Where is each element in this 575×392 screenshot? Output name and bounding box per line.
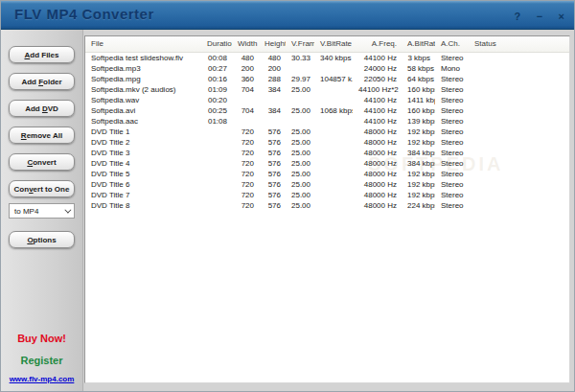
table-row[interactable]: DVD Title 472057625.0048000 Hz384 kbpsSt… [85,158,569,169]
table-cell: Softpedia.aac [85,116,201,127]
table-row[interactable]: DVD Title 372057625.0048000 Hz384 kbpsSt… [85,148,569,158]
table-cell [232,116,259,127]
column-header-width[interactable]: Width [232,36,259,52]
table-cell: 576 [259,158,286,169]
table-cell: 44100 Hz*2 [353,84,402,95]
table-row[interactable]: DVD Title 672057625.0048000 Hz192 kbpsSt… [85,179,569,190]
table-cell: 25.00 [286,148,314,158]
table-cell: 384 [259,105,286,116]
table-cell: 288 [259,74,286,84]
table-cell: DVD Title 3 [85,148,201,158]
table-cell: DVD Title 4 [85,158,201,169]
column-header-height[interactable]: Height [259,36,286,52]
column-header-vbitrate[interactable]: V.BitRate [314,36,353,52]
table-cell: 139 kbps [402,116,435,127]
minimize-button[interactable]: − [537,10,542,23]
table-cell [314,127,353,137]
table-cell: 01:08 [201,116,232,127]
remove-all-button[interactable]: Remove All [9,127,75,144]
convert-button[interactable]: Convert [9,153,75,171]
table-cell: Softpedia.mpg [85,74,201,84]
add-dvd-button[interactable]: Add DVD [9,100,75,117]
register-link[interactable]: Register [1,355,82,366]
column-header-ach[interactable]: A.Ch. [435,36,469,52]
table-cell: 44100 Hz [353,52,402,63]
table-cell: 30.33 [286,52,314,63]
column-header-afreq[interactable]: A.Freq. [353,36,402,52]
file-list-panel: SOFTPEDIA File Duration Width Height V.F… [84,35,570,383]
column-header-duration[interactable]: Duration [201,36,232,52]
file-table: File Duration Width Height V.Frame V.Bit… [85,36,569,211]
table-cell: 720 [232,179,259,190]
table-cell: 576 [259,179,286,190]
window-title: FLV MP4 Converter [14,6,154,22]
column-header-file[interactable]: File [85,36,201,52]
table-cell: 384 kbps [402,158,435,169]
table-cell [469,169,569,179]
table-cell [469,127,569,137]
table-cell: 29.97 [286,74,314,84]
table-cell: 576 [259,200,286,211]
table-cell [314,190,353,200]
table-cell: 44100 Hz [353,105,402,116]
table-cell: 160 kbps [402,105,435,116]
convert-to-one-button[interactable]: Convert to One [9,180,75,197]
table-row[interactable]: Softpedia test slideshow.flv00:084804803… [85,52,569,63]
table-row[interactable]: DVD Title 572057625.0048000 Hz192 kbpsSt… [85,169,569,179]
table-cell: Stereo [435,84,469,95]
column-header-vframe[interactable]: V.Frame [286,36,314,52]
table-cell: Softpedia test slideshow.flv [85,52,201,63]
table-row[interactable]: DVD Title 872057625.0048000 Hz224 kbpsSt… [85,200,569,211]
add-folder-button[interactable]: Add Folder [9,73,75,90]
table-cell: 104857 k... [314,74,353,84]
titlebar: FLV MP4 Converter ? − × [1,1,574,30]
table-cell: 720 [232,148,259,158]
table-row[interactable]: DVD Title 772057625.0048000 Hz192 kbpsSt… [85,190,569,200]
table-cell [469,95,569,105]
table-cell: Stereo [435,127,469,137]
table-cell: 64 kbps [402,74,435,84]
add-files-button[interactable]: Add Files [9,46,75,63]
table-cell [286,95,314,105]
table-row[interactable]: Softpedia.mpg00:1636028829.97104857 k...… [85,74,569,84]
column-header-status[interactable]: Status [469,36,569,52]
column-header-abitrate[interactable]: A.BitRate [402,36,435,52]
output-format-select[interactable]: to MP4 [9,203,75,219]
table-cell: DVD Title 8 [85,200,201,211]
website-link[interactable]: www.flv-mp4.com [1,375,82,383]
table-cell: 384 [259,84,286,95]
table-cell: Softpedia.mp3 [85,63,201,74]
table-cell: 576 [259,169,286,179]
table-cell: 00:08 [201,52,232,63]
table-cell: 720 [232,127,259,137]
table-row[interactable]: Softpedia.mkv (2 audios)01:0970438425.00… [85,84,569,95]
table-cell: 22050 Hz [353,74,402,84]
table-cell [259,95,286,105]
table-row[interactable]: DVD Title 272057625.0048000 Hz192 kbpsSt… [85,137,569,148]
table-row[interactable]: Softpedia.wav00:2044100 Hz1411 kbpsStere… [85,95,569,105]
table-cell: 160 kbps [402,84,435,95]
table-header-row: File Duration Width Height V.Frame V.Bit… [85,36,569,52]
table-cell: 25.00 [286,158,314,169]
table-cell: DVD Title 1 [85,127,201,137]
table-row[interactable]: DVD Title 172057625.0048000 Hz192 kbpsSt… [85,127,569,137]
table-cell: 200 [259,63,286,74]
table-row[interactable]: Softpedia.avi00:2570438425.001068 kbps44… [85,105,569,116]
table-cell: 58 kbps [402,63,435,74]
buy-now-link[interactable]: Buy Now! [1,333,82,344]
table-cell: Stereo [435,116,469,127]
table-cell [469,84,569,95]
table-cell: Stereo [435,137,469,148]
table-cell: 48000 Hz [353,148,402,158]
table-cell [469,148,569,158]
table-cell [201,127,232,137]
help-button[interactable]: ? [514,10,520,23]
table-cell: 48000 Hz [353,127,402,137]
table-cell: Stereo [435,105,469,116]
table-cell [286,116,314,127]
table-row[interactable]: Softpedia.aac01:0844100 Hz139 kbpsStereo [85,116,569,127]
close-button[interactable]: × [559,10,564,23]
options-button[interactable]: Options [9,231,75,248]
table-cell [469,158,569,169]
table-row[interactable]: Softpedia.mp300:2720020024000 Hz58 kbpsM… [85,63,569,74]
